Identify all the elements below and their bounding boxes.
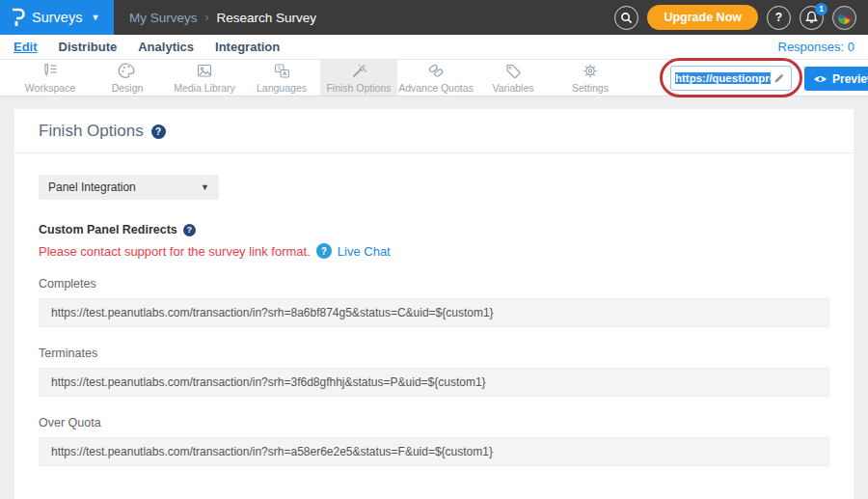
over-quota-url-input[interactable] — [39, 437, 829, 466]
avatar-image — [836, 9, 853, 25]
tab-edit[interactable]: Edit — [14, 40, 38, 54]
svg-text:A: A — [283, 70, 287, 76]
toolbar-label: Workspace — [25, 82, 75, 94]
survey-url-selected-text[interactable]: https://questionpro.com/t/A — [675, 72, 771, 84]
edit-url-button[interactable] — [771, 69, 788, 87]
toolbar-item-design[interactable]: Design — [89, 60, 166, 96]
tag-icon — [503, 62, 523, 80]
survey-url-field[interactable]: https://questionpro.com/t/A — [670, 66, 792, 91]
help-button[interactable]: ? — [767, 6, 791, 30]
custom-panel-redirects-help-icon[interactable]: ? — [183, 224, 196, 236]
live-chat-icon[interactable]: ? — [316, 243, 332, 259]
toolbar-label: Variables — [493, 82, 534, 94]
page-title: Finish Options — [39, 122, 144, 141]
question-mark-icon: ? — [775, 11, 782, 24]
completes-url-input[interactable] — [39, 298, 829, 327]
search-icon — [620, 12, 633, 24]
breadcrumb-my-surveys[interactable]: My Surveys — [129, 11, 198, 25]
image-icon — [195, 62, 214, 80]
breadcrumb-current-survey: Research Survey — [217, 11, 317, 25]
chain-link-icon — [426, 62, 446, 80]
live-chat-link[interactable]: Live Chat — [338, 244, 391, 259]
header-actions: Upgrade Now ? 1 — [614, 5, 868, 30]
panel-body: Panel Integration ▼ Custom Panel Redirec… — [14, 153, 854, 499]
workspace-icon — [41, 62, 60, 80]
questionpro-logo-icon — [10, 8, 25, 27]
toolbar-label: Media Library — [174, 82, 235, 94]
preview-button[interactable]: Preview — [804, 67, 868, 91]
finish-options-help-icon[interactable]: ? — [151, 125, 166, 139]
tab-analytics[interactable]: Analytics — [138, 40, 194, 54]
toolbar-label: Advance Quotas — [398, 82, 474, 94]
toolbar-item-media-library[interactable]: Media Library — [166, 60, 243, 96]
translate-icon: 文 A — [272, 62, 291, 80]
terminates-url-input[interactable] — [39, 368, 829, 397]
toolbar-label: Languages — [257, 82, 307, 94]
toolbar-item-settings[interactable]: Settings — [552, 60, 629, 96]
notification-badge: 1 — [815, 3, 827, 15]
toolbar-item-variables[interactable]: Variables — [475, 60, 552, 96]
product-menu[interactable]: Surveys ▼ — [0, 0, 114, 35]
app-window: Surveys ▼ My Surveys › Research Survey U… — [0, 0, 868, 499]
finish-option-type-dropdown[interactable]: Panel Integration ▼ — [39, 175, 219, 200]
finish-options-panel: Finish Options ? Panel Integration ▼ Cus… — [14, 109, 854, 499]
completes-label: Completes — [39, 277, 829, 291]
tab-distribute[interactable]: Distribute — [59, 40, 118, 54]
notifications-button[interactable]: 1 — [800, 6, 824, 30]
chevron-down-icon: ▼ — [91, 13, 99, 22]
dropdown-selected-value: Panel Integration — [48, 180, 136, 194]
section-title-row: Custom Panel Redirects ? — [39, 223, 829, 236]
palette-icon — [118, 62, 137, 80]
user-avatar[interactable] — [832, 6, 856, 30]
responses-count[interactable]: Responses: 0 — [778, 40, 855, 54]
tab-integration[interactable]: Integration — [215, 40, 280, 54]
over-quota-label: Over Quota — [39, 416, 829, 430]
breadcrumb-separator: › — [205, 11, 209, 24]
product-name: Surveys — [32, 10, 82, 25]
terminates-label: Terminates — [39, 347, 829, 360]
top-header-bar: Surveys ▼ My Surveys › Research Survey U… — [0, 0, 868, 35]
toolbar-item-languages[interactable]: 文 A Languages — [243, 60, 320, 96]
pencil-icon — [773, 72, 785, 84]
survey-nav-tabs: Edit Distribute Analytics Integration Re… — [0, 35, 868, 60]
breadcrumb: My Surveys › Research Survey — [129, 11, 316, 25]
chevron-down-icon: ▼ — [201, 182, 209, 192]
magic-wand-icon — [349, 62, 368, 80]
toolbar-label: Design — [112, 82, 144, 94]
support-notice-row: Please contact support for the survey li… — [39, 243, 829, 259]
toolbar-item-advance-quotas[interactable]: Advance Quotas — [397, 60, 475, 96]
search-button[interactable] — [614, 6, 638, 30]
svg-text:文: 文 — [277, 65, 282, 70]
panel-header: Finish Options ? — [14, 109, 854, 153]
eye-icon — [813, 74, 827, 84]
toolbar-label: Finish Options — [326, 82, 391, 94]
toolbar-item-finish-options[interactable]: Finish Options — [320, 60, 397, 96]
preview-label: Preview — [832, 72, 868, 86]
toolbar-item-workspace[interactable]: Workspace — [12, 60, 89, 96]
section-title: Custom Panel Redirects — [39, 223, 177, 236]
toolbar-label: Settings — [572, 82, 609, 94]
support-notice-text: Please contact support for the survey li… — [39, 244, 311, 259]
upgrade-now-button[interactable]: Upgrade Now — [647, 5, 758, 30]
gear-icon — [581, 62, 600, 80]
